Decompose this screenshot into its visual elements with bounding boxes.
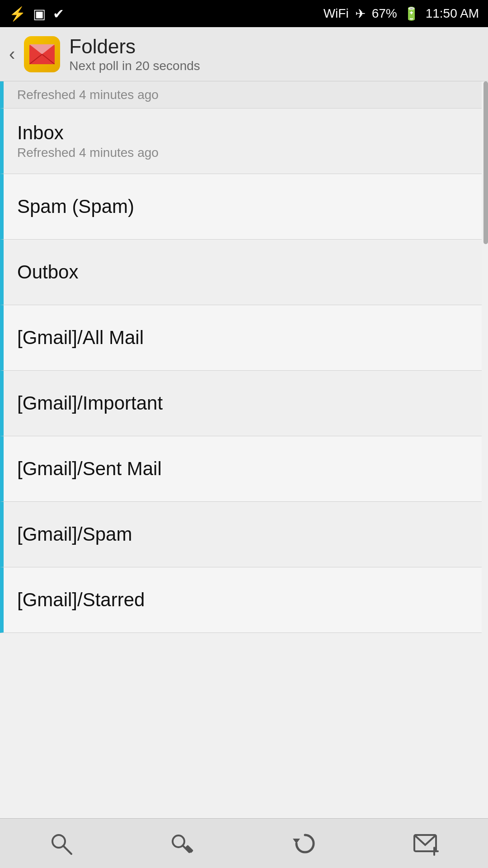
content-area: Refreshed 4 minutes ago Inbox Refreshed … — [0, 81, 488, 818]
search-compose-icon — [169, 831, 197, 856]
header-subtitle: Next poll in 20 seconds — [69, 59, 200, 73]
folder-item-spam[interactable]: Spam (Spam) — [0, 174, 482, 240]
refresh-button[interactable] — [244, 819, 366, 868]
header-text: Folders Next poll in 20 seconds — [69, 35, 200, 73]
folder-name-sent-mail: [Gmail]/Sent Mail — [17, 458, 468, 480]
folder-name-gmail-spam: [Gmail]/Spam — [17, 524, 468, 545]
back-button[interactable]: ‹ — [9, 44, 15, 64]
folder-name-all-mail: [Gmail]/All Mail — [17, 327, 468, 349]
header-title: Folders — [69, 35, 200, 58]
folder-item-inbox[interactable]: Inbox Refreshed 4 minutes ago — [0, 108, 482, 174]
status-bar: ⚡ ▣ ✔ WiFi ✈ 67% 🔋 11:50 AM — [0, 0, 488, 27]
folder-item-outbox[interactable]: Outbox — [0, 240, 482, 305]
status-icons-right: WiFi ✈ 67% 🔋 11:50 AM — [324, 6, 479, 21]
image-icon: ▣ — [33, 6, 46, 22]
battery-percent: 67% — [372, 6, 397, 21]
folder-name-spam: Spam (Spam) — [17, 196, 468, 217]
compose-icon — [413, 831, 441, 856]
folder-subtitle-inbox: Refreshed 4 minutes ago — [17, 146, 468, 160]
status-icons-left: ⚡ ▣ ✔ — [9, 6, 64, 22]
scrollbar-thumb[interactable] — [483, 81, 488, 244]
folder-name-outbox: Outbox — [17, 261, 468, 283]
folder-item-important[interactable]: [Gmail]/Important — [0, 371, 482, 436]
scrollbar[interactable] — [482, 81, 488, 818]
header: ‹ Folders Next poll in 20 seconds — [0, 27, 488, 81]
refresh-banner-text: Refreshed 4 minutes ago — [17, 88, 159, 102]
battery-icon: 🔋 — [404, 6, 419, 21]
bottom-toolbar — [0, 818, 488, 868]
clock: 11:50 AM — [426, 6, 479, 21]
refresh-banner: Refreshed 4 minutes ago — [0, 81, 482, 108]
folder-name-starred: [Gmail]/Starred — [17, 589, 468, 611]
app-envelope-icon — [29, 44, 55, 64]
app-icon — [24, 36, 60, 72]
svg-marker-9 — [293, 839, 300, 844]
check-icon: ✔ — [53, 6, 64, 22]
search-compose-button[interactable] — [122, 819, 244, 868]
folder-item-all-mail[interactable]: [Gmail]/All Mail — [0, 305, 482, 371]
folder-name-important: [Gmail]/Important — [17, 392, 468, 414]
folder-name-inbox: Inbox — [17, 122, 468, 144]
usb-icon: ⚡ — [9, 6, 26, 22]
search-icon — [49, 831, 73, 856]
svg-line-5 — [63, 846, 71, 854]
compose-button[interactable] — [366, 819, 488, 868]
wifi-icon: WiFi — [324, 6, 349, 21]
refresh-icon — [293, 831, 317, 856]
folder-item-gmail-spam[interactable]: [Gmail]/Spam — [0, 502, 482, 567]
folder-item-starred[interactable]: [Gmail]/Starred — [0, 567, 482, 633]
search-button[interactable] — [0, 819, 122, 868]
folder-item-sent-mail[interactable]: [Gmail]/Sent Mail — [0, 436, 482, 502]
airplane-icon: ✈ — [355, 6, 366, 21]
